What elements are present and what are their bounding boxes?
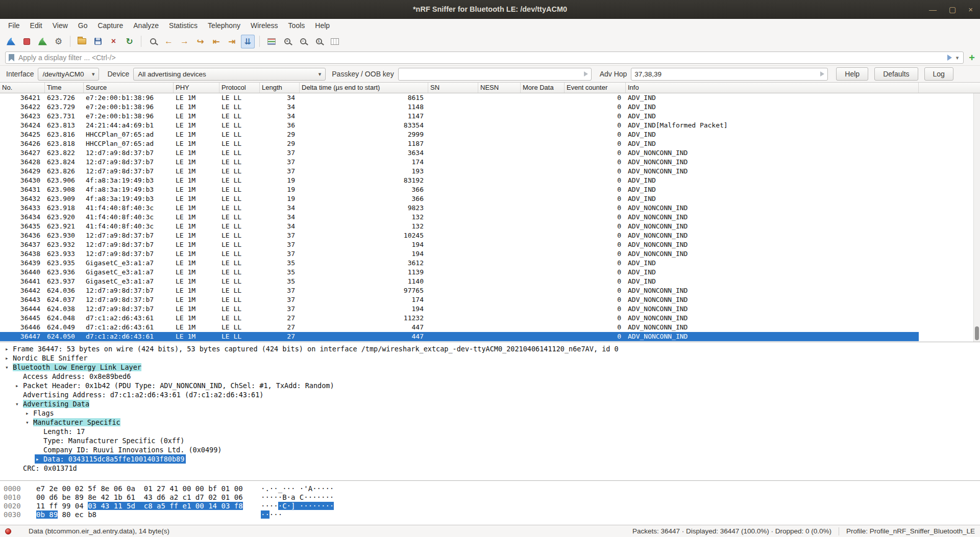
menu-item-statistics[interactable]: Statistics — [164, 19, 203, 33]
packet-row[interactable]: 36443624.03712:d7:a9:8d:37:b7LE 1MLE LL3… — [0, 295, 919, 304]
column-header-info[interactable]: Info — [626, 83, 919, 93]
display-filter-input[interactable]: Apply a display filter ... <Ctrl-/> ▾ — [5, 52, 964, 64]
reload-icon[interactable]: ↻ — [122, 35, 136, 48]
hex-line[interactable]: 001000 d6 be 89 8e 42 1b 61 43 d6 a2 c1 … — [4, 493, 980, 502]
column-header-no[interactable]: No. — [0, 83, 45, 93]
log-button[interactable]: Log — [924, 67, 953, 81]
packet-row[interactable]: 36421623.726e7:2e:00:b1:38:96LE 1MLE LL3… — [0, 93, 919, 103]
tree-item[interactable]: ▸Data: 0343115dc8a5ffe1001403f80b89 — [0, 454, 980, 464]
column-header-delta-time-s-end-to-start[interactable]: Delta time (µs end to start) — [300, 83, 428, 93]
packet-row[interactable]: 36431623.9084f:a8:3a:19:49:b3LE 1MLE LL1… — [0, 185, 919, 194]
hex-bytes[interactable]: 11 ff 99 04 03 43 11 5d c8 a5 ff e1 00 1… — [36, 502, 247, 510]
find-packet-icon[interactable] — [146, 35, 160, 48]
save-file-icon[interactable] — [91, 35, 105, 48]
close-icon[interactable]: × — [968, 6, 973, 13]
tree-item[interactable]: ▾Advertising Data — [0, 399, 980, 408]
packet-row[interactable]: 36435623.92141:f4:40:8f:40:3cLE 1MLE LL3… — [0, 222, 919, 231]
column-header-more-data[interactable]: More Data — [521, 83, 565, 93]
tree-item[interactable]: CRC: 0x01371d — [0, 464, 980, 473]
colorize-icon[interactable] — [264, 35, 278, 48]
hex-line[interactable]: 002011 ff 99 04 03 43 11 5d c8 a5 ff e1 … — [4, 502, 980, 510]
tree-item[interactable]: ▸Flags — [0, 408, 980, 418]
next-packet-icon[interactable]: → — [178, 35, 191, 48]
expand-arrow-icon[interactable]: ▸ — [24, 410, 33, 417]
packet-row[interactable]: 36423623.731e7:2e:00:b1:38:96LE 1MLE LL3… — [0, 112, 919, 121]
hex-bytes[interactable]: 0b 89 80 ec b8 — [36, 510, 247, 519]
tree-item[interactable]: Company ID: Ruuvi Innovations Ltd. (0x04… — [0, 445, 980, 454]
filter-bookmark-icon[interactable] — [9, 54, 14, 62]
tree-item[interactable]: ▸Nordic BLE Sniffer — [0, 353, 980, 363]
packet-row[interactable]: 36429623.82612:d7:a9:8d:37:b7LE 1MLE LL3… — [0, 167, 919, 176]
column-header-nesn[interactable]: NESN — [478, 83, 521, 93]
add-filter-button-icon[interactable]: + — [969, 53, 975, 63]
zoom-out-icon[interactable] — [296, 35, 310, 48]
first-packet-icon[interactable]: ⇤ — [209, 35, 223, 48]
expert-info-icon[interactable] — [5, 528, 11, 534]
packet-row[interactable]: 36434623.92041:f4:40:8f:40:3cLE 1MLE LL3… — [0, 213, 919, 222]
last-packet-icon[interactable]: ⇥ — [225, 35, 239, 48]
stop-capture-icon[interactable] — [20, 35, 34, 48]
tree-item[interactable]: ▾Manufacturer Specific — [0, 418, 980, 427]
collapse-arrow-icon[interactable]: ▾ — [14, 401, 23, 407]
hex-ascii[interactable]: ·····C·] ········ — [261, 502, 334, 510]
packet-list-scrollbar[interactable] — [973, 93, 980, 342]
go-to-packet-icon[interactable]: ↪ — [193, 35, 207, 48]
column-header-event-counter[interactable]: Event counter — [565, 83, 626, 93]
zoom-in-icon[interactable] — [280, 35, 294, 48]
hex-ascii[interactable]: ·.··_··· ·'A····· — [261, 484, 334, 493]
menu-item-edit[interactable]: Edit — [25, 19, 47, 33]
collapse-arrow-icon[interactable]: ▾ — [4, 364, 13, 371]
packet-row[interactable]: 36422623.729e7:2e:00:b1:38:96LE 1MLE LL3… — [0, 103, 919, 112]
minimize-icon[interactable]: — — [929, 6, 937, 13]
start-capture-icon[interactable] — [4, 35, 18, 48]
column-header-protocol[interactable]: Protocol — [219, 83, 260, 93]
tree-item[interactable]: ▾Bluetooth Low Energy Link Layer — [0, 363, 980, 372]
tree-item[interactable]: Access Address: 0x8e89bed6 — [0, 372, 980, 381]
auto-scroll-icon[interactable]: ⇊ — [241, 35, 255, 48]
collapse-arrow-icon[interactable]: ▾ — [24, 419, 33, 426]
open-file-icon[interactable] — [75, 35, 89, 48]
menu-item-telephony[interactable]: Telephony — [203, 19, 246, 33]
packet-row[interactable]: 36445624.048d7:c1:a2:d6:43:61LE 1MLE LL2… — [0, 314, 919, 323]
resize-columns-icon[interactable] — [328, 35, 341, 48]
column-header-length[interactable]: Length — [260, 83, 300, 93]
menu-item-wireless[interactable]: Wireless — [246, 19, 283, 33]
tree-item[interactable]: Advertising Address: d7:c1:a2:d6:43:61 (… — [0, 390, 980, 399]
hex-bytes[interactable]: e7 2e 00 02 5f 8e 06 0a 01 27 41 00 00 b… — [36, 484, 247, 493]
hex-ascii[interactable]: ····· — [261, 510, 282, 519]
packet-row[interactable]: 36437623.93212:d7:a9:8d:37:b7LE 1MLE LL3… — [0, 240, 919, 249]
profile-text[interactable]: Profile: Profile_nRF_Sniffer_Bluetooth_L… — [846, 527, 975, 535]
packet-row[interactable]: 36424623.81324:21:44:a4:69:b1LE 1MLE LL3… — [0, 121, 919, 130]
field-apply-icon[interactable] — [584, 71, 588, 76]
maximize-icon[interactable]: ▢ — [949, 6, 956, 13]
packet-row[interactable]: 36427623.82212:d7:a9:8d:37:b7LE 1MLE LL3… — [0, 148, 919, 158]
hex-line[interactable]: 00300b 89 80 ec b8····· — [4, 510, 980, 519]
filter-dropdown-icon[interactable]: ▾ — [956, 55, 959, 61]
normal-size-icon[interactable] — [312, 35, 326, 48]
packet-row[interactable]: 36438623.93312:d7:a9:8d:37:b7LE 1MLE LL3… — [0, 249, 919, 259]
passkey-input[interactable] — [398, 68, 592, 81]
tree-item[interactable]: ▸Frame 36447: 53 bytes on wire (424 bits… — [0, 344, 980, 353]
tree-item[interactable]: ▸Packet Header: 0x1b42 (PDU Type: ADV_NO… — [0, 381, 980, 390]
apply-filter-icon[interactable] — [947, 55, 952, 61]
field-apply-icon[interactable] — [820, 71, 824, 76]
expand-arrow-icon[interactable]: ▸ — [4, 346, 13, 352]
menu-item-tools[interactable]: Tools — [283, 19, 310, 33]
column-header-source[interactable]: Source — [84, 83, 174, 93]
packet-row[interactable]: 36442624.03612:d7:a9:8d:37:b7LE 1MLE LL3… — [0, 286, 919, 295]
adv-hop-input[interactable]: 37,38,39 — [631, 68, 828, 81]
capture-options-icon[interactable]: ⚙ — [52, 35, 65, 48]
packet-row[interactable]: 36441623.937GigasetC_e3:a1:a7LE 1MLE LL3… — [0, 277, 919, 286]
scrollbar-thumb[interactable] — [975, 326, 979, 340]
packet-row[interactable]: 36446624.049d7:c1:a2:d6:43:61LE 1MLE LL2… — [0, 323, 919, 332]
packet-row[interactable]: 36432623.9094f:a8:3a:19:49:b3LE 1MLE LL1… — [0, 194, 919, 203]
packet-row[interactable]: 36444624.03812:d7:a9:8d:37:b7LE 1MLE LL3… — [0, 304, 919, 314]
packet-row[interactable]: 36439623.935GigasetC_e3:a1:a7LE 1MLE LL3… — [0, 259, 919, 268]
packet-row[interactable]: 36428623.82412:d7:a9:8d:37:b7LE 1MLE LL3… — [0, 158, 919, 167]
packet-row[interactable]: 36430623.9064f:a8:3a:19:49:b3LE 1MLE LL1… — [0, 176, 919, 185]
help-button[interactable]: Help — [836, 67, 868, 81]
tree-item[interactable]: Type: Manufacturer Specific (0xff) — [0, 436, 980, 445]
packet-row[interactable]: 36426623.818HHCCPlan_07:65:adLE 1MLE LL2… — [0, 139, 919, 148]
column-header-time[interactable]: Time — [45, 83, 84, 93]
device-select[interactable]: All advertising devices ▾ — [133, 68, 326, 81]
